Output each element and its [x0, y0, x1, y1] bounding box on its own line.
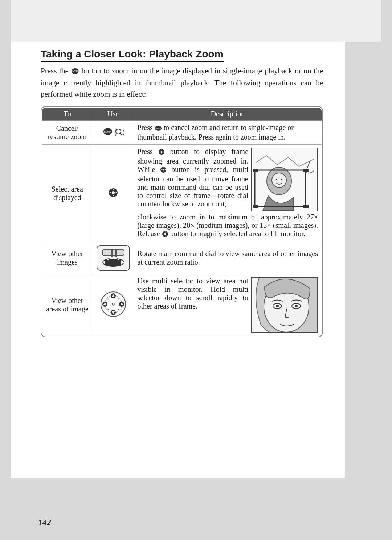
enter-zoom-icon: ENTER ( ): [103, 130, 124, 138]
d1a: Press: [138, 148, 158, 156]
svg-point-44: [164, 233, 166, 235]
svg-point-64: [107, 298, 109, 299]
svg-point-18: [110, 192, 111, 193]
center-button-icon: [158, 149, 165, 157]
intro-pre: Press the: [41, 67, 71, 75]
cell-desc: Rotate main command dial to view same ar…: [134, 242, 322, 274]
svg-rect-50: [111, 249, 113, 257]
svg-point-48: [167, 234, 167, 234]
header-band: [11, 0, 381, 42]
svg-point-21: [160, 151, 162, 153]
svg-point-45: [165, 232, 166, 233]
face-illustration: [251, 277, 318, 333]
svg-point-67: [118, 309, 119, 310]
page: Taking a Closer Look: Playback Zoom Pres…: [11, 42, 345, 478]
th-desc: Description: [134, 107, 322, 121]
svg-point-52: [102, 258, 124, 267]
svg-point-22: [161, 150, 162, 150]
svg-point-27: [162, 169, 164, 171]
svg-text:ENTER: ENTER: [104, 131, 111, 133]
svg-line-10: [120, 133, 122, 135]
svg-rect-51: [115, 249, 117, 257]
desc-text: Use multi selector to view area not visi…: [138, 277, 249, 310]
intro-post: button to zoom in on the image displayed…: [41, 67, 323, 98]
svg-text:): ): [122, 128, 124, 136]
svg-point-66: [107, 309, 109, 310]
svg-point-65: [118, 298, 119, 299]
enter-icon: ENTER: [155, 125, 162, 133]
cell-use: [93, 274, 134, 337]
th-use: Use: [93, 107, 134, 121]
cell-desc: Use multi selector to view area not visi…: [134, 274, 322, 337]
svg-point-15: [112, 191, 115, 194]
svg-rect-39: [253, 169, 258, 172]
table-row: View other areas of image: [42, 274, 322, 337]
svg-point-46: [165, 236, 166, 237]
svg-rect-42: [303, 205, 309, 208]
svg-text:ENTER: ENTER: [155, 128, 162, 130]
svg-point-17: [113, 195, 114, 196]
cell-use: ENTER ( ): [93, 121, 134, 145]
center-button-icon: [108, 192, 119, 200]
svg-point-71: [276, 305, 279, 307]
svg-point-16: [113, 189, 114, 190]
svg-point-19: [115, 192, 117, 193]
multi-selector-icon: [99, 312, 127, 320]
svg-point-28: [163, 168, 164, 168]
center-button-icon: [162, 231, 168, 239]
svg-point-25: [163, 152, 164, 152]
cell-desc: Press button to display frame showing ar…: [134, 145, 322, 242]
desc-pre: Press: [138, 124, 155, 132]
svg-point-73: [295, 305, 298, 307]
command-dial-icon: [97, 245, 130, 271]
svg-point-36: [276, 179, 277, 180]
intro-paragraph: Press the ENTER button to zoom in on the…: [41, 65, 323, 100]
table-row: View other images: [42, 242, 322, 274]
cell-use: [93, 145, 134, 242]
svg-point-31: [165, 169, 166, 170]
svg-point-47: [163, 234, 163, 234]
d2b: button to magnify selected area to fill …: [168, 230, 305, 238]
table-row: Select area displayed Press button to di…: [42, 145, 322, 242]
cell-use: [93, 242, 134, 274]
cell-to: Select area displayed: [42, 145, 93, 242]
svg-rect-40: [303, 169, 309, 172]
enter-icon: ENTER: [71, 67, 79, 77]
page-title: Taking a Closer Look: Playback Zoom: [41, 48, 224, 62]
cell-to: View other areas of image: [42, 274, 93, 337]
svg-text:ENTER: ENTER: [71, 70, 79, 73]
cell-to: Cancel/ resume zoom: [42, 121, 93, 145]
svg-point-23: [161, 154, 162, 154]
svg-point-35: [272, 173, 286, 188]
scene-illustration: [251, 148, 318, 211]
th-to: To: [42, 107, 93, 121]
cell-to: View other images: [42, 242, 93, 274]
svg-point-29: [163, 172, 164, 172]
table-row: Cancel/ resume zoom ENTER ( ): [42, 121, 322, 145]
page-number: 142: [38, 517, 51, 527]
svg-point-30: [161, 169, 162, 170]
svg-rect-41: [253, 205, 258, 208]
table-wrap: To Use Description Cancel/ resume zoom E…: [41, 106, 323, 337]
svg-point-37: [281, 179, 282, 180]
cell-desc: Press ENTER to cancel zoom and return to…: [134, 121, 322, 145]
center-button-icon: [160, 166, 167, 175]
zoom-table: To Use Description Cancel/ resume zoom E…: [41, 107, 322, 337]
svg-point-24: [159, 152, 160, 152]
